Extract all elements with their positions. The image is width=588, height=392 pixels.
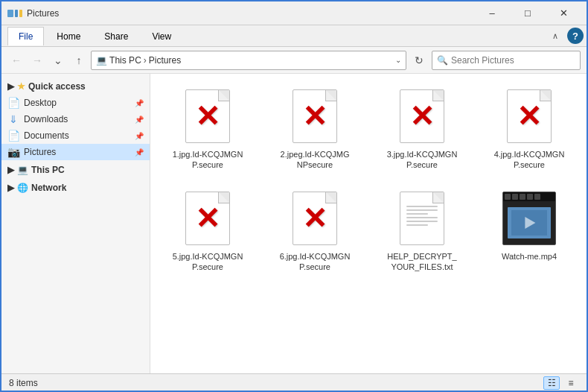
file-item-6[interactable]: ✕6.jpg.Id-KCQJMGNP.secure: [265, 183, 365, 278]
tab-home[interactable]: Home: [45, 27, 92, 45]
red-x-icon: ✕: [195, 101, 220, 131]
file-icon-wrapper-8: [502, 189, 556, 248]
sidebar-downloads-label: Downloads: [24, 114, 68, 124]
list-view-button[interactable]: ≡: [563, 376, 579, 390]
documents-icon: 📄: [7, 130, 19, 142]
up-button[interactable]: ↑: [70, 51, 88, 69]
this-pc-icon: 💻: [17, 165, 28, 175]
file-area: ✕1.jpg.Id-KCQJMGNP.secure✕2.jpeg.Id-KCQJ…: [150, 74, 587, 373]
file-item-5[interactable]: ✕5.jpg.Id-KCQJMGNP.secure: [158, 183, 258, 278]
file-icon-wrapper-6: ✕: [288, 189, 342, 248]
network-icon: 🌐: [17, 183, 28, 193]
video-file-icon: [502, 192, 556, 245]
sidebar-item-downloads[interactable]: ⇓ Downloads 📌: [1, 111, 150, 127]
chevron-network-icon: ▶: [7, 183, 14, 193]
back-button[interactable]: ←: [7, 51, 25, 69]
grid-icon: ☷: [548, 378, 556, 388]
file-corner: [219, 90, 229, 101]
window-icon: [7, 7, 22, 19]
quick-access-section: ▶ ★ Quick access 📄 Desktop 📌 ⇓ Downloads…: [1, 78, 150, 160]
file-corner: [433, 90, 444, 101]
path-separator-1: ›: [144, 55, 147, 66]
maximize-button[interactable]: □: [511, 1, 545, 25]
file-icon-wrapper-2: ✕: [288, 86, 342, 146]
file-icon-wrapper-7: [395, 189, 449, 248]
downloads-icon: ⇓: [7, 113, 19, 125]
ribbon: File Home Share View ∧ ?: [1, 25, 587, 47]
file-item-3[interactable]: ✕3.jpg.Id-KCQJMGNP.secure: [372, 81, 472, 176]
desktop-icon: 📄: [7, 97, 19, 109]
red-x-icon: ✕: [302, 203, 327, 233]
forward-button[interactable]: →: [28, 51, 46, 69]
file-name-8: Watch-me.mp4: [502, 251, 557, 262]
tab-share[interactable]: Share: [93, 27, 139, 45]
file-item-1[interactable]: ✕1.jpg.Id-KCQJMGNP.secure: [158, 81, 258, 176]
chevron-right-icon: ▶: [7, 81, 14, 92]
file-name-6: 6.jpg.Id-KCQJMGNP.secure: [278, 251, 352, 273]
grid-view-button[interactable]: ☷: [543, 376, 560, 390]
sidebar: ▶ ★ Quick access 📄 Desktop 📌 ⇓ Downloads…: [1, 74, 150, 373]
network-label: Network: [31, 183, 66, 193]
pin-icon-desktop: 📌: [135, 99, 144, 107]
file-item-2[interactable]: ✕2.jpeg.Id-KCQJMGNPsecure: [265, 81, 365, 176]
this-pc-header[interactable]: ▶ 💻 This PC: [1, 162, 150, 178]
list-icon: ≡: [568, 378, 573, 388]
tab-view[interactable]: View: [141, 27, 182, 45]
file-name-7: HELP_DECRYPT_YOUR_FILES.txt: [385, 251, 459, 273]
dropdown-nav-button[interactable]: ⌄: [49, 51, 67, 69]
file-corner: [540, 90, 551, 101]
search-box[interactable]: 🔍: [432, 51, 581, 70]
file-corner: [326, 192, 336, 203]
view-controls: ☷ ≡: [543, 376, 579, 390]
main-area: ▶ ★ Quick access 📄 Desktop 📌 ⇓ Downloads…: [1, 74, 587, 373]
file-name-2: 2.jpeg.Id-KCQJMGNPsecure: [278, 149, 352, 171]
pin-icon-documents: 📌: [135, 132, 144, 140]
file-icon-wrapper-1: ✕: [181, 86, 234, 146]
this-pc-label: This PC: [31, 165, 65, 175]
sidebar-item-desktop[interactable]: 📄 Desktop 📌: [1, 95, 150, 111]
sidebar-desktop-label: Desktop: [24, 98, 57, 108]
address-dropdown-icon[interactable]: ⌄: [395, 56, 401, 64]
file-name-1: 1.jpg.Id-KCQJMGNP.secure: [170, 149, 245, 171]
network-header[interactable]: ▶ 🌐 Network: [1, 180, 150, 196]
close-button[interactable]: ✕: [546, 1, 581, 25]
sidebar-item-pictures[interactable]: 📷 Pictures 📌: [1, 144, 150, 160]
status-bar: 8 items ☷ ≡: [1, 373, 587, 391]
window-controls: – □ ✕: [475, 1, 581, 25]
path-pictures[interactable]: Pictures: [149, 55, 181, 66]
address-bar: ← → ⌄ ↑ 💻 This PC › Pictures ⌄ ↻ 🔍: [1, 47, 587, 74]
text-file-icon: [400, 192, 444, 245]
search-input[interactable]: [451, 55, 575, 66]
quick-access-label: Quick access: [28, 81, 86, 92]
sidebar-item-documents[interactable]: 📄 Documents 📌: [1, 127, 150, 144]
file-icon-wrapper-4: ✕: [502, 86, 556, 146]
refresh-button[interactable]: ↻: [409, 51, 429, 70]
red-x-icon: ✕: [409, 101, 435, 131]
minimize-button[interactable]: –: [475, 1, 509, 25]
file-name-5: 5.jpg.Id-KCQJMGNP.secure: [170, 251, 245, 273]
file-name-3: 3.jpg.Id-KCQJMGNP.secure: [385, 149, 459, 171]
file-item-7[interactable]: HELP_DECRYPT_YOUR_FILES.txt: [372, 183, 472, 278]
ribbon-tabs: File Home Share View: [1, 27, 188, 45]
pictures-icon: 📷: [7, 146, 19, 158]
sidebar-pictures-label: Pictures: [24, 147, 56, 157]
title-bar: Pictures – □ ✕: [1, 1, 587, 25]
path-this-pc[interactable]: 💻 This PC: [96, 55, 141, 66]
file-item-4[interactable]: ✕4.jpg.Id-KCQJMGNP.secure: [479, 81, 579, 176]
ribbon-collapse-button[interactable]: ∧: [546, 28, 564, 45]
file-corner: [326, 90, 336, 101]
address-path[interactable]: 💻 This PC › Pictures ⌄: [91, 51, 406, 70]
chevron-this-pc-icon: ▶: [7, 165, 14, 175]
file-corner: [219, 192, 229, 203]
window-title: Pictures: [27, 8, 475, 19]
file-icon-wrapper-5: ✕: [181, 189, 234, 248]
star-icon: ★: [17, 81, 25, 92]
help-button[interactable]: ?: [567, 28, 584, 44]
search-icon: 🔍: [437, 55, 448, 66]
this-pc-section: ▶ 💻 This PC: [1, 162, 150, 178]
network-section: ▶ 🌐 Network: [1, 180, 150, 196]
file-item-8[interactable]: Watch-me.mp4: [479, 183, 579, 278]
quick-access-header[interactable]: ▶ ★ Quick access: [1, 78, 150, 95]
tab-file[interactable]: File: [7, 27, 44, 45]
red-x-icon: ✕: [302, 101, 327, 131]
